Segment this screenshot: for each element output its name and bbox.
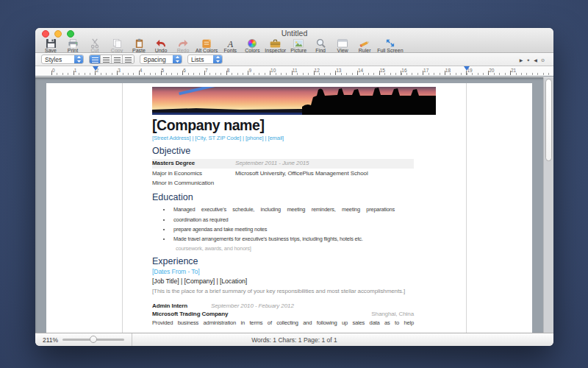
minor-row[interactable]: Minor in Communication [152,180,414,188]
alt-colors-icon [201,38,212,48]
page-margin-guide [122,83,123,333]
ruler-number: 15 [380,68,385,73]
toolbar-button-print[interactable]: Print [63,38,82,53]
formatbar-nav-glyph[interactable]: ▶ [520,57,523,63]
svg-text:A: A [227,38,234,48]
summary-placeholder[interactable]: [This is the place for a brief summary o… [152,287,414,296]
fonts-icon: A [226,38,235,48]
chevron-updown-icon [74,54,83,64]
experience-heading[interactable]: Experience [152,256,436,266]
education-bullet: coordination as required [171,215,395,224]
document-page[interactable]: [Company name] [Street Address] | [City,… [46,83,532,333]
toolbar-button-find[interactable]: Find [311,38,330,53]
align-left-icon [92,57,98,63]
ruler-number: 9 [248,68,251,73]
job-description[interactable]: Provided business administration in term… [152,319,414,328]
align-right-button[interactable] [112,55,123,64]
toolbar-button-label: Find [315,48,326,53]
toolbar-button-inspector[interactable]: Inspector [265,38,286,53]
formatbar-nav-glyph[interactable]: ◀ [534,57,537,63]
styles-dropdown[interactable]: Styles [41,54,84,64]
align-justify-icon [125,57,132,63]
toolbar-button-alt-colors[interactable]: Alt Colors [196,38,218,53]
toolbar-button-redo: Redo [173,38,193,53]
major-row[interactable]: Major in Economics Microsoft University,… [152,170,414,178]
ruler-tick [466,71,467,75]
address-line[interactable]: [Street Address] | [City, ST ZIP Code] |… [152,135,436,141]
ruler-number: 8 [227,68,230,73]
toolbar-button-label: Print [68,48,78,53]
align-justify-button[interactable] [123,55,134,64]
toolbar-button-label: Redo [177,48,190,53]
align-center-button[interactable] [101,55,112,64]
ruler-number: 10 [270,68,276,73]
zoom-window-button[interactable] [67,30,74,38]
job-dates: September 2010 - Febuary 2012 [211,302,294,309]
ruler-tick [182,71,183,75]
ruler[interactable]: 0123456789101112131415161718192021 [35,66,553,77]
objective-heading[interactable]: Objective [152,146,436,156]
ruler-number: 7 [205,68,208,73]
ruler-tick [51,71,52,75]
toolbar-button-label: Fonts [224,48,237,53]
minimize-button[interactable] [54,30,62,38]
toolbar-button-label: Inspector [265,48,286,53]
job-location: Shanghai, China [371,311,414,317]
toolbar-button-save[interactable]: Save [41,38,60,53]
document-area: [Company name] [Street Address] | [City,… [35,77,553,333]
full-screen-icon [385,38,395,48]
degree-row[interactable]: Masters Degree September 2011 - June 201… [152,159,414,169]
ruler-tick [335,71,336,75]
toolbar-button-paste[interactable]: Paste [129,38,148,53]
toolbar-button-view[interactable]: View [333,38,352,53]
window-titlebar[interactable]: Untitled [35,28,553,38]
ruler-number: 6 [183,68,186,73]
toolbar-button-picture[interactable]: Picture [289,38,308,53]
chevron-updown-icon [213,54,222,64]
ruler-number: 4 [140,68,143,73]
toolbar-button-label: Save [45,48,57,53]
ruler-tick [161,71,162,75]
company-name-heading[interactable]: [Company name] [152,117,436,134]
formatbar-nav-controls: ▶✦◀⊙ [520,53,545,66]
ruler-number: 13 [336,68,341,73]
ruler-tick [248,71,248,75]
job-title-placeholder[interactable]: [Job Title] | [Company] | [Location] [152,277,436,285]
toolbar-button-fonts[interactable]: AFonts [220,38,240,53]
formatbar-nav-glyph[interactable]: ⊙ [541,57,545,63]
toolbar-button-label: Copy [111,48,123,53]
ruler-tick [117,71,118,75]
print-icon [67,38,79,48]
ruler-tab-marker[interactable] [93,66,98,71]
toolbar-button-undo[interactable]: Undo [151,38,171,53]
lists-dropdown[interactable]: Lists [187,54,223,64]
formatbar-nav-glyph[interactable]: ✦ [526,57,530,63]
degree-title: Masters Degree [152,160,235,168]
toolbar-button-full-screen[interactable]: Full Screen [377,38,403,53]
toolbar-button-label: Ruler [359,48,371,53]
close-button[interactable] [42,30,49,38]
header-image[interactable] [152,87,436,115]
toolbar-button-ruler[interactable]: Ruler [355,38,374,53]
ruler-number: 20 [489,68,494,73]
align-left-button[interactable] [90,55,101,64]
dates-placeholder[interactable]: [Dates From - To] [152,268,436,275]
ruler-tick [401,71,401,75]
toolbar-button-colors[interactable]: Colors [243,38,262,53]
scrollbar-thumb[interactable] [545,79,552,161]
spacing-dropdown[interactable]: Spacing [140,54,182,64]
job-company-row[interactable]: Microsoft Trading Company Shanghai, Chin… [152,311,414,317]
ruler-number: 17 [423,68,429,73]
education-bullet: Made travel arrangements for executive's… [171,234,395,244]
app-window: Untitled SavePrintCutCopyPasteUndoRedoAl… [35,28,553,346]
document-content[interactable]: [Company name] [Street Address] | [City,… [152,87,436,328]
ruler-tab-marker[interactable] [464,66,470,71]
ruler-tick [357,71,358,75]
education-bullet-list[interactable]: Managed executive's schedule, including … [152,205,395,244]
ruler-tick [95,71,96,75]
education-heading[interactable]: Education [152,192,436,202]
job-row[interactable]: Admin Intern September 2010 - Febuary 20… [152,302,414,309]
window-title: Untitled [35,28,553,38]
vertical-scrollbar[interactable] [543,77,553,333]
inspector-icon [269,38,282,48]
